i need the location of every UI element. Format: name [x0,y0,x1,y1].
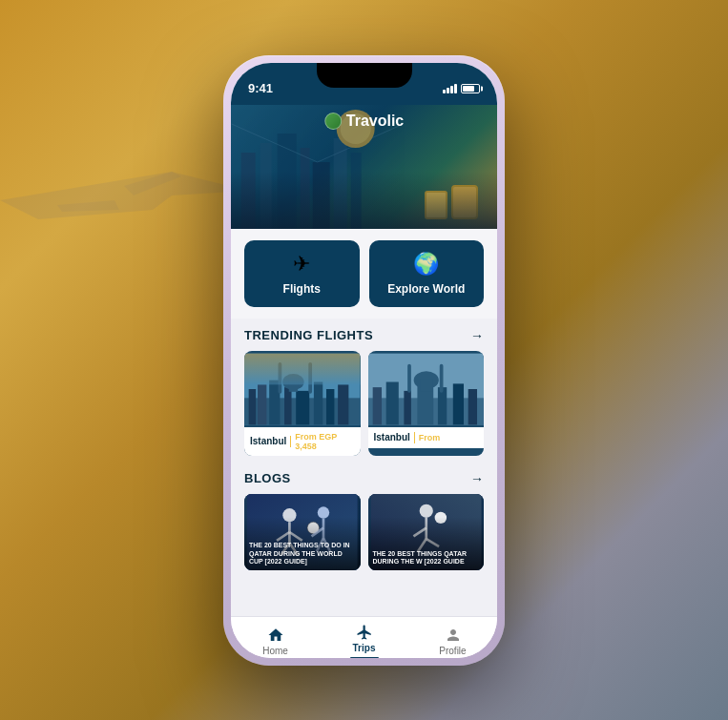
hero-section: Travolic [231,105,497,229]
blog-title-2: THE 20 BEST THINGS QATAR DURING THE W [2… [368,546,485,570]
svg-rect-29 [385,381,398,424]
blogs-title: BLOGS [244,471,291,485]
svg-rect-20 [338,384,348,424]
destination-card-1[interactable]: Istanbul From EGP 3,458 [244,351,361,456]
trending-title: TRENDING FLIGHTS [244,328,373,342]
notch [317,63,412,88]
phone-screen: 9:41 [231,63,497,658]
status-bar: 9:41 [231,63,497,105]
trending-cards-row: Istanbul From EGP 3,458 [244,351,484,456]
app-logo: Travolic [324,113,404,130]
nav-trips-indicator [350,657,379,658]
blog-cards-row: THE 20 BEST THINGS TO DO IN QATAR DURING… [244,494,484,570]
city-name-2: Istanbul [374,432,410,442]
phone-frame: 9:41 [223,55,505,666]
signal-icon [443,84,457,93]
logo-globe-icon [324,113,342,130]
istanbul-skyline-svg-2 [368,351,485,427]
flights-label: Flights [283,282,321,296]
card-info-2: Istanbul From [368,427,485,448]
trending-arrow[interactable]: → [470,328,484,343]
blog-image-1: THE 20 BEST THINGS TO DO IN QATAR DURING… [244,494,361,570]
svg-rect-13 [249,389,256,424]
card-info-1: Istanbul From EGP 3,458 [244,427,361,456]
nav-trips[interactable]: Trips [320,624,408,658]
flights-button[interactable]: ✈ Flights [244,240,360,307]
nav-profile-label: Profile [439,646,466,656]
nav-trips-label: Trips [353,643,376,653]
svg-rect-38 [439,363,443,392]
quick-actions-section: ✈ Flights 🌍 Explore World [231,229,497,319]
explore-icon: 🌍 [413,252,439,277]
blog-card-1[interactable]: THE 20 BEST THINGS TO DO IN QATAR DURING… [244,494,361,570]
logo-text: Travolic [346,113,404,130]
svg-rect-30 [404,390,410,424]
bottom-navigation: Home Trips Profile [231,616,497,658]
profile-icon [445,627,462,644]
trips-icon [356,624,373,641]
home-icon [267,627,284,644]
explore-label: Explore World [387,282,465,296]
svg-rect-36 [420,379,432,391]
destination-image-2 [368,351,485,427]
svg-rect-37 [407,363,411,392]
destination-image-1 [244,351,361,427]
svg-rect-16 [284,387,291,424]
blogs-section: BLOGS → [231,462,497,576]
price-1: From EGP 3,458 [295,432,354,451]
svg-rect-14 [258,384,266,424]
status-icons [443,84,480,93]
trending-flights-section: TRENDING FLIGHTS → [231,319,497,462]
price-2: From [419,433,441,442]
istanbul-skyline-svg [244,351,361,427]
app-content: Travolic ✈ Flights 🌍 Explore World [231,105,497,616]
status-time: 9:41 [248,81,273,95]
blog-title-1: THE 20 BEST THINGS TO DO IN QATAR DURING… [244,538,361,569]
nav-home[interactable]: Home [231,627,320,656]
svg-rect-28 [372,387,381,424]
city-name-1: Istanbul [250,436,286,446]
blogs-section-header: BLOGS → [244,471,484,486]
svg-rect-18 [314,381,322,424]
blogs-arrow[interactable]: → [470,471,484,486]
battery-icon [461,84,480,93]
nav-home-label: Home [262,646,288,656]
svg-rect-19 [326,389,334,424]
svg-rect-33 [452,383,463,424]
blog-image-2: THE 20 BEST THINGS QATAR DURING THE W [2… [368,494,485,570]
flights-icon: ✈ [293,252,310,277]
svg-rect-32 [437,387,446,424]
svg-rect-25 [244,353,361,384]
explore-world-button[interactable]: 🌍 Explore World [369,240,485,307]
trending-section-header: TRENDING FLIGHTS → [244,328,484,343]
svg-rect-17 [296,390,309,424]
destination-card-2[interactable]: Istanbul From [368,351,485,456]
svg-rect-34 [468,389,476,424]
nav-profile[interactable]: Profile [408,627,497,656]
blog-card-2[interactable]: THE 20 BEST THINGS QATAR DURING THE W [2… [368,494,485,570]
